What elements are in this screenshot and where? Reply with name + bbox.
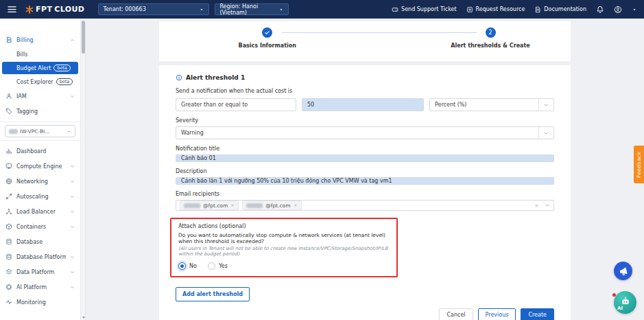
networking-icon [5, 178, 12, 185]
sidebar-budget-alert-label: Budget Alert [16, 65, 51, 71]
radio-no-label: No [189, 263, 197, 269]
add-alert-threshold-button[interactable]: Add alert threshold [176, 287, 250, 301]
containers-icon [5, 223, 12, 230]
sidebar-item-networking[interactable]: Networking [0, 174, 80, 189]
documentation-label: Documentation [544, 6, 586, 12]
notification-title-input[interactable] [176, 155, 554, 162]
section-title: Alert threshold 1 [186, 74, 245, 81]
vpc-selector[interactable]: IW-VPC-BI... [5, 125, 75, 137]
sidebar-dashboard-label: Dashboard [16, 148, 75, 155]
sidebar-monitoring-label: Monitoring [16, 299, 75, 306]
condition-select[interactable]: Greater than or equal to [176, 98, 296, 111]
description-input[interactable] [176, 177, 554, 185]
sidebar-load-balancer-label: Load Balancer [16, 209, 66, 215]
scrollbar-down-arrow[interactable] [82, 317, 85, 319]
previous-button[interactable]: Previous [478, 308, 516, 320]
sidebar-item-budget-alert[interactable]: Budget Alert beta [2, 62, 78, 74]
sidebar-item-load-balancer[interactable]: Load Balancer [0, 204, 80, 219]
intro-text: Send a notification when the actual cost… [176, 88, 554, 94]
select-divider [538, 127, 539, 139]
sidebar-item-billing[interactable]: Billing [0, 32, 80, 47]
unit-select-suffix [536, 99, 549, 111]
notifications-bell-icon[interactable] [596, 5, 604, 14]
email-tag-text: @fpt.com [203, 203, 228, 209]
ai-assistant-fab[interactable]: AI [614, 291, 636, 314]
iam-icon [5, 93, 12, 100]
sidebar: Billing Bills Budget Alert beta Cost Exp… [0, 19, 81, 320]
chevron-down-icon [543, 130, 549, 136]
send-support-ticket-label: Send Support Ticket [401, 6, 457, 12]
remove-email-icon[interactable] [294, 203, 298, 207]
radio-yes[interactable]: Yes [208, 262, 228, 270]
chevron-up-icon [70, 38, 75, 43]
chevron-down-icon [70, 285, 75, 290]
send-support-ticket-link[interactable]: Send Support Ticket [392, 6, 457, 13]
feedback-tab[interactable]: Feedback [634, 146, 644, 183]
unit-select[interactable]: Percent (%) [429, 98, 554, 111]
sidebar-cost-explorer-label: Cost Explorer [16, 79, 53, 85]
sidebar-bills-label: Bills [16, 52, 27, 58]
condition-select-value: Greater than or equal to [181, 102, 248, 108]
step-alert-thresholds[interactable]: 2 Alert thresholds & Create [439, 27, 542, 49]
sidebar-item-database-platform[interactable]: Database Platform [0, 249, 80, 264]
clear-all-icon[interactable] [534, 203, 539, 208]
sidebar-item-database[interactable]: Database [0, 234, 80, 249]
menu-icon[interactable] [7, 4, 17, 14]
unit-select-value: Percent (%) [435, 102, 467, 108]
documentation-link[interactable]: Documentation [534, 6, 586, 13]
severity-select-value: Warning [181, 130, 204, 136]
sidebar-item-data-platform[interactable]: Data Platform [0, 264, 80, 279]
alert-threshold-form: Alert threshold 1 Send a notification wh… [159, 65, 571, 320]
dashboard-icon [5, 148, 12, 155]
chevron-down-icon [70, 164, 75, 169]
remove-email-icon[interactable] [230, 203, 235, 207]
attach-actions-radio-group: No Yes [178, 262, 390, 270]
cancel-button[interactable]: Cancel [439, 308, 473, 320]
fpt-cloud-logo[interactable]: FPTCLOUD [25, 5, 84, 14]
chevron-down-icon[interactable] [545, 203, 550, 208]
tenant-select-value: Tenant: 000663 [103, 6, 145, 12]
select-divider [538, 99, 539, 111]
data-platform-icon [5, 268, 12, 275]
sidebar-scrollbar[interactable] [81, 19, 86, 320]
sidebar-item-ai-platform[interactable]: AI Platform [0, 279, 80, 295]
sidebar-item-cost-explorer[interactable]: Cost Explorer beta [0, 75, 80, 89]
scrollbar-thumb[interactable] [82, 21, 85, 54]
sidebar-item-iam[interactable]: IAM [0, 89, 80, 104]
attach-actions-note: (All users in Tenant will not be able to… [178, 246, 390, 257]
chevron-down-icon [70, 270, 75, 275]
request-resource-link[interactable]: Request Resource [466, 6, 525, 13]
sidebar-networking-label: Networking [16, 179, 66, 185]
ai-fab-label: AI [617, 306, 623, 311]
announcement-fab[interactable] [614, 262, 632, 280]
user-avatar-icon[interactable] [614, 5, 622, 14]
radio-selected-icon [178, 262, 186, 270]
create-button[interactable]: Create [521, 308, 554, 320]
step-basics-information[interactable]: Basics Information [216, 27, 319, 49]
severity-select[interactable]: Warning [176, 126, 554, 139]
attach-actions-question: Do you want to automatically stop comput… [178, 232, 390, 244]
sidebar-item-autoscaling[interactable]: Autoscaling [0, 189, 80, 204]
sidebar-iam-label: IAM [16, 93, 66, 100]
radio-unselected-icon [208, 262, 215, 270]
chevron-down-icon [70, 179, 75, 184]
chevron-down-icon [70, 194, 75, 199]
step2-label: Alert thresholds & Create [439, 43, 542, 49]
tenant-select[interactable]: Tenant: 000663 [98, 3, 209, 15]
sidebar-item-tagging[interactable]: Tagging [0, 104, 80, 119]
sidebar-item-bills[interactable]: Bills [0, 47, 80, 61]
megaphone-icon [617, 265, 629, 277]
email-recipients-input[interactable]: @fpt.com @fpt.com [176, 200, 554, 211]
sidebar-item-monitoring[interactable]: Monitoring [0, 295, 80, 310]
severity-label: Severity [176, 117, 554, 124]
sidebar-data-platform-label: Data Platform [16, 269, 66, 275]
info-icon[interactable] [176, 74, 182, 81]
sidebar-item-dashboard[interactable]: Dashboard [0, 144, 80, 159]
chevron-down-icon [543, 102, 549, 108]
sidebar-item-compute-engine[interactable]: Compute Engine [0, 159, 80, 174]
radio-no[interactable]: No [178, 262, 197, 270]
sidebar-item-containers[interactable]: Containers [0, 219, 80, 234]
account-caret-down-icon[interactable] [632, 7, 637, 12]
threshold-value-input[interactable] [302, 98, 424, 111]
region-select[interactable]: Region: Hanoi (Vietnam) [215, 3, 289, 15]
